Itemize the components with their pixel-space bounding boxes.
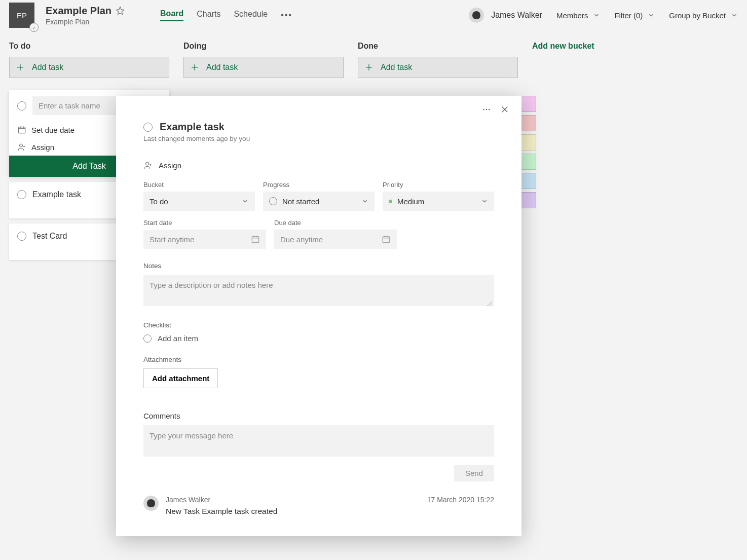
avatar <box>143 496 159 511</box>
field-label: Progress <box>263 181 375 189</box>
svg-point-2 <box>483 109 484 110</box>
view-tabs: Board Charts Schedule ••• <box>160 0 292 30</box>
progress-select[interactable]: Not started <box>263 192 375 211</box>
tab-schedule[interactable]: Schedule <box>234 10 268 21</box>
circle-icon[interactable] <box>143 123 153 132</box>
field-label: Priority <box>383 181 494 189</box>
label-swatch[interactable] <box>521 192 536 208</box>
info-icon[interactable]: i <box>29 23 39 32</box>
label-swatch[interactable] <box>521 115 536 131</box>
checklist-label: Checklist <box>143 321 494 329</box>
add-task-label: Add task <box>32 63 63 72</box>
task-title: Test Card <box>32 232 67 241</box>
calendar-icon[interactable] <box>382 235 391 244</box>
start-date-input[interactable] <box>150 235 246 244</box>
field-label: Due date <box>274 219 397 227</box>
avatar <box>469 8 484 23</box>
label-swatch[interactable] <box>521 96 536 112</box>
svg-rect-7 <box>383 237 390 243</box>
plan-title: Example Plan <box>46 5 125 17</box>
due-date-input-wrap <box>274 230 397 249</box>
chevron-down-icon <box>242 198 249 205</box>
svg-rect-6 <box>252 237 259 243</box>
comments-label: Comments <box>143 412 494 420</box>
checklist-add-label: Add an item <box>158 334 198 343</box>
plus-icon <box>364 63 374 72</box>
label-swatches <box>521 96 536 208</box>
calendar-icon <box>17 125 26 134</box>
notes-textarea[interactable] <box>143 275 494 306</box>
bucket-title[interactable]: Doing <box>183 42 344 51</box>
attachments-label: Attachments <box>143 356 494 363</box>
task-detail-title[interactable]: Example task <box>160 121 225 133</box>
calendar-icon[interactable] <box>251 235 260 244</box>
add-attachment-button[interactable]: Add attachment <box>143 368 218 388</box>
header-right: James Walker Members Filter (0) Group by… <box>469 8 738 23</box>
label-swatch[interactable] <box>521 154 536 170</box>
add-task-button[interactable]: Add task <box>358 57 518 78</box>
close-icon[interactable] <box>500 105 509 114</box>
priority-field: Priority Medium <box>383 181 494 211</box>
comment-textarea[interactable] <box>143 425 494 457</box>
start-date-input-wrap <box>143 230 266 249</box>
app-header: EP i Example Plan Example Plan Board Cha… <box>0 0 747 30</box>
label-swatch[interactable] <box>521 134 536 151</box>
add-task-label: Add task <box>381 63 412 72</box>
svg-point-1 <box>20 144 23 147</box>
select-value: Medium <box>397 197 424 206</box>
task-detail-subtitle: Last changed moments ago by you <box>143 135 494 142</box>
filter-button[interactable]: Filter (0) <box>614 11 655 20</box>
group-button[interactable]: Group by Bucket <box>669 11 738 20</box>
circle-icon <box>143 334 152 343</box>
add-bucket-button[interactable]: Add new bucket <box>532 42 594 260</box>
chevron-down-icon <box>648 12 655 19</box>
tab-board[interactable]: Board <box>160 9 183 21</box>
svg-point-4 <box>489 109 490 110</box>
priority-select[interactable]: Medium <box>383 192 494 211</box>
plan-subtitle: Example Plan <box>46 18 125 26</box>
members-button[interactable]: Members <box>556 11 601 20</box>
select-value: Not started <box>282 197 319 206</box>
more-icon[interactable] <box>482 105 491 114</box>
checklist-add-item[interactable]: Add an item <box>143 334 494 343</box>
send-button[interactable]: Send <box>454 465 494 481</box>
chevron-down-icon <box>481 198 488 205</box>
comment-author: James Walker <box>166 496 210 504</box>
label-swatch[interactable] <box>521 173 536 189</box>
add-task-button[interactable]: Add task <box>183 57 344 78</box>
circle-icon <box>269 197 277 205</box>
svg-point-5 <box>146 162 149 165</box>
star-icon[interactable] <box>116 6 125 15</box>
circle-icon[interactable] <box>17 232 26 241</box>
tab-charts[interactable]: Charts <box>197 10 220 21</box>
due-date-field: Due date <box>274 219 397 249</box>
assign-button[interactable]: Assign <box>143 161 494 170</box>
add-task-button[interactable]: Add task <box>9 57 169 78</box>
progress-field: Progress Not started <box>263 181 375 211</box>
bucket-title[interactable]: Done <box>358 42 518 51</box>
person-add-icon <box>143 161 153 170</box>
current-user[interactable]: James Walker <box>469 8 542 23</box>
plan-badge[interactable]: EP i <box>9 3 34 28</box>
circle-icon <box>17 101 26 110</box>
task-detail-modal: Example task Last changed moments ago by… <box>116 96 521 536</box>
priority-dot-icon <box>389 200 392 203</box>
chevron-down-icon <box>361 198 368 205</box>
add-task-label: Add task <box>206 63 238 72</box>
plan-initials: EP <box>17 11 27 20</box>
user-name: James Walker <box>491 11 542 20</box>
chevron-down-icon <box>593 12 600 19</box>
circle-icon[interactable] <box>17 190 26 199</box>
bucket-select[interactable]: To do <box>143 192 255 211</box>
resize-handle-icon[interactable] <box>487 301 492 306</box>
tab-more-icon[interactable]: ••• <box>281 11 292 20</box>
field-label: Bucket <box>143 181 255 189</box>
comment-time: 17 March 2020 15:22 <box>427 496 494 504</box>
bucket-title[interactable]: To do <box>9 42 169 51</box>
comment-body: New Task Example task created <box>166 507 494 516</box>
due-date-input[interactable] <box>280 235 377 244</box>
set-due-date-label: Set due date <box>31 126 74 134</box>
task-title: Example task <box>32 190 81 199</box>
comment-item: James Walker 17 March 2020 15:22 New Tas… <box>143 496 494 516</box>
group-label: Group by Bucket <box>669 11 726 20</box>
